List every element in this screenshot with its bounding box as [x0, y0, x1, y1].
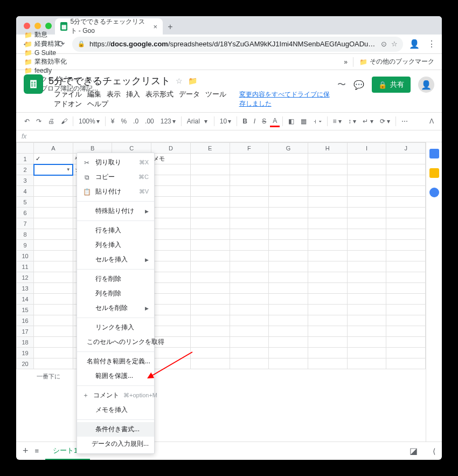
cell[interactable]: [190, 337, 230, 348]
bookmark-item[interactable]: 📁経費精算: [20, 39, 101, 49]
cell[interactable]: [34, 261, 73, 272]
cell[interactable]: [269, 218, 308, 229]
context-menu-item[interactable]: 列を挿入: [77, 238, 154, 252]
explore-button[interactable]: ◪: [410, 446, 418, 456]
cell[interactable]: [34, 240, 73, 251]
cell[interactable]: [190, 348, 230, 358]
cell[interactable]: [230, 240, 269, 251]
cell[interactable]: [347, 186, 386, 197]
cell[interactable]: [230, 218, 269, 229]
cell[interactable]: [347, 229, 386, 240]
cell[interactable]: [386, 358, 426, 369]
cell[interactable]: [230, 337, 269, 348]
tasks-addon-icon[interactable]: [429, 188, 439, 197]
cell[interactable]: [347, 348, 386, 358]
cell[interactable]: [347, 197, 386, 208]
bookmark-item[interactable]: 📁G Suite: [20, 49, 101, 57]
cell[interactable]: [190, 208, 230, 218]
cell[interactable]: [347, 305, 386, 315]
cell[interactable]: [269, 326, 308, 337]
cell[interactable]: [347, 218, 386, 229]
sheets-logo-icon[interactable]: [24, 74, 43, 94]
cell[interactable]: [151, 348, 191, 358]
cell[interactable]: [34, 175, 73, 186]
cell[interactable]: [269, 164, 308, 175]
context-menu-item[interactable]: 📋貼り付け⌘V: [77, 184, 154, 199]
cell[interactable]: [151, 175, 191, 186]
cell[interactable]: [230, 272, 269, 283]
menu-item[interactable]: ツール: [203, 89, 229, 99]
cell[interactable]: [308, 240, 347, 251]
cell[interactable]: [347, 283, 386, 294]
cell[interactable]: ▼: [34, 164, 73, 175]
new-tab-button[interactable]: +: [163, 19, 178, 35]
cell[interactable]: [386, 272, 426, 283]
cell[interactable]: [230, 229, 269, 240]
context-menu-item[interactable]: ＋コメント⌘+option+M: [77, 388, 154, 403]
cell[interactable]: [308, 283, 347, 294]
row-header[interactable]: 3: [17, 175, 34, 186]
cell[interactable]: [269, 208, 308, 218]
cell[interactable]: [230, 175, 269, 186]
cell[interactable]: [308, 294, 347, 305]
row-header[interactable]: 15: [17, 305, 34, 315]
select-all-corner[interactable]: [17, 143, 34, 154]
rotate-button[interactable]: ⟳ ▾: [377, 116, 393, 127]
cell[interactable]: [34, 283, 73, 294]
borders-button[interactable]: ▦: [298, 116, 309, 127]
cell[interactable]: [269, 175, 308, 186]
cell[interactable]: [386, 208, 426, 218]
cell[interactable]: [230, 261, 269, 272]
context-menu-item[interactable]: ✂切り取り⌘X: [77, 155, 154, 170]
row-header[interactable]: 1: [17, 154, 34, 164]
column-header[interactable]: B: [73, 143, 112, 154]
cell[interactable]: [386, 186, 426, 197]
cell[interactable]: [386, 251, 426, 261]
cell[interactable]: [308, 197, 347, 208]
menu-item[interactable]: ヘルプ: [85, 99, 111, 109]
cell[interactable]: [308, 337, 347, 348]
toolbar-more[interactable]: ⋯: [399, 116, 411, 127]
cell[interactable]: [386, 218, 426, 229]
cell[interactable]: [230, 186, 269, 197]
row-header[interactable]: 10: [17, 251, 34, 261]
cell[interactable]: [386, 315, 426, 326]
toolbar-expand[interactable]: ᐱ: [427, 116, 436, 127]
search-in-page-icon[interactable]: ⊙: [381, 40, 387, 48]
cell[interactable]: [151, 305, 191, 315]
cell[interactable]: [151, 261, 191, 272]
cell[interactable]: [34, 294, 73, 305]
cell[interactable]: [34, 326, 73, 337]
cell[interactable]: [347, 164, 386, 175]
halign-button[interactable]: ≡ ▾: [330, 116, 344, 127]
cell[interactable]: [190, 197, 230, 208]
cell[interactable]: [308, 348, 347, 358]
cell[interactable]: [151, 218, 191, 229]
cell[interactable]: [269, 283, 308, 294]
calendar-addon-icon[interactable]: [429, 149, 439, 158]
font-select[interactable]: Arial ▾: [184, 116, 211, 127]
cell[interactable]: [386, 229, 426, 240]
cell[interactable]: [230, 208, 269, 218]
column-header[interactable]: F: [230, 143, 269, 154]
cell[interactable]: [269, 186, 308, 197]
column-header[interactable]: H: [308, 143, 347, 154]
cell[interactable]: [230, 294, 269, 305]
cell[interactable]: [347, 208, 386, 218]
cell[interactable]: [151, 294, 191, 305]
cell[interactable]: [230, 251, 269, 261]
menu-item[interactable]: 表示形式: [143, 89, 176, 99]
context-menu-item[interactable]: 名前付き範囲を定義...: [77, 354, 154, 369]
cell[interactable]: [386, 337, 426, 348]
cell[interactable]: [269, 315, 308, 326]
cell[interactable]: [230, 164, 269, 175]
cell[interactable]: [347, 358, 386, 369]
bookmark-item[interactable]: 📁動息: [20, 30, 101, 39]
cell[interactable]: [269, 337, 308, 348]
address-bar[interactable]: 🔒 https://docs.google.com/spreadsheets/d…: [72, 37, 403, 52]
cell[interactable]: [347, 315, 386, 326]
row-header[interactable]: 6: [17, 208, 34, 218]
close-tab-icon[interactable]: ×: [153, 23, 157, 31]
document-title[interactable]: 5分でできるチェックリスト: [48, 74, 170, 87]
row-header[interactable]: 7: [17, 218, 34, 229]
